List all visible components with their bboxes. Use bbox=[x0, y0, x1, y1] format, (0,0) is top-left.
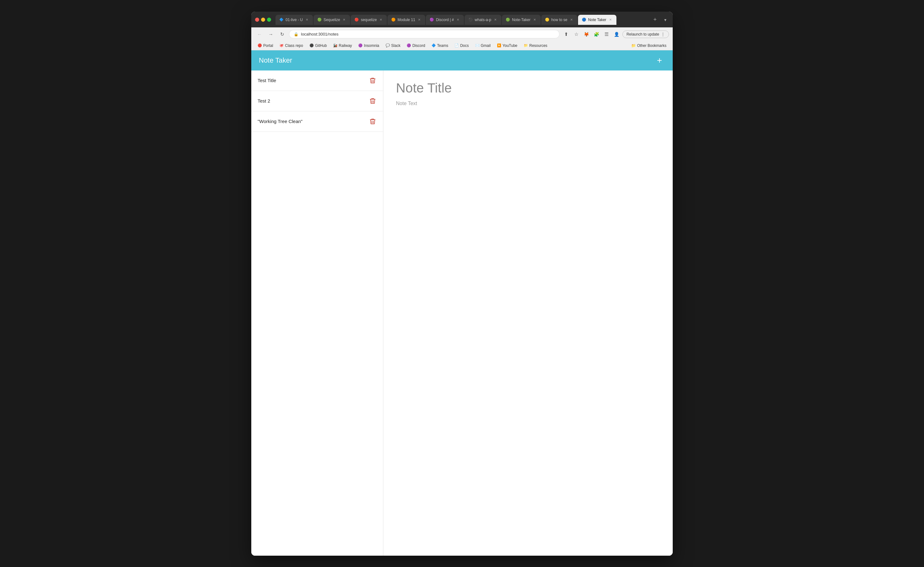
bookmark-favicon: 📄 bbox=[454, 44, 459, 48]
address-bar[interactable]: 🔒 localhost:3001/notes bbox=[289, 30, 560, 38]
tab-label: how to se bbox=[551, 18, 567, 22]
forward-button[interactable]: → bbox=[266, 30, 275, 39]
bookmarks-other[interactable]: 📁Other Bookmarks bbox=[628, 42, 669, 49]
tab-tab9[interactable]: 🔵 Note Taker ✕ bbox=[578, 15, 616, 25]
bookmark-favicon: 🐙 bbox=[279, 44, 284, 48]
bookmark-teams[interactable]: 🔷 Teams bbox=[429, 42, 451, 49]
refresh-button[interactable]: ↻ bbox=[278, 30, 286, 39]
bookmark-slack[interactable]: 💬 Slack bbox=[383, 42, 403, 49]
folder-icon: 📁 bbox=[631, 44, 636, 48]
tab-label: Discord | # bbox=[436, 18, 454, 22]
bookmark-label: YouTube bbox=[502, 44, 518, 48]
relaunch-menu-icon: ⋮ bbox=[661, 32, 665, 36]
trash-icon bbox=[370, 98, 375, 104]
bookmark-railway[interactable]: 🚂 Railway bbox=[330, 42, 354, 49]
note-view: Note Title Note Text bbox=[383, 71, 673, 556]
note-item-title: "Working Tree Clean" bbox=[258, 119, 303, 124]
new-tab-button[interactable]: + bbox=[651, 15, 659, 25]
bookmark-youtube[interactable]: ▶️ YouTube bbox=[494, 42, 520, 49]
relaunch-label: Relaunch to update bbox=[627, 32, 659, 36]
add-note-button[interactable]: + bbox=[654, 55, 665, 66]
extension-icon-2[interactable]: 🧩 bbox=[592, 30, 601, 39]
tab-favicon: 🟢 bbox=[317, 18, 322, 22]
delete-note-button[interactable] bbox=[369, 96, 377, 105]
reader-view-button[interactable]: ☰ bbox=[602, 30, 611, 39]
bookmark-favicon: 🟣 bbox=[358, 44, 363, 48]
list-item[interactable]: Test Title bbox=[251, 71, 383, 91]
bookmark-favicon: ⚫ bbox=[309, 44, 314, 48]
profile-avatar[interactable]: 👤 bbox=[612, 30, 621, 39]
tab-label: Note-Taker bbox=[512, 18, 531, 22]
bookmark-label: Slack bbox=[391, 44, 400, 48]
tab-favicon: 🟢 bbox=[506, 18, 510, 22]
bookmark-docs[interactable]: 📄 Docs bbox=[452, 42, 471, 49]
tab-favicon: ⚫ bbox=[468, 18, 473, 22]
tab-label: Note Taker bbox=[588, 18, 606, 22]
delete-note-button[interactable] bbox=[369, 76, 377, 85]
trash-icon bbox=[370, 118, 375, 125]
bookmark-label: Discord bbox=[412, 44, 425, 48]
app-body: Test Title Test 2 "Working Tree Clean" bbox=[251, 71, 673, 556]
tab-close-icon[interactable]: ✕ bbox=[608, 18, 613, 22]
tab-close-icon[interactable]: ✕ bbox=[569, 18, 574, 22]
bookmark-insomnia[interactable]: 🟣 Insomnia bbox=[356, 42, 382, 49]
nav-bar: ← → ↻ 🔒 localhost:3001/notes ⬆ ☆ 🦊 🧩 ☰ 👤… bbox=[251, 27, 673, 41]
lock-icon: 🔒 bbox=[294, 32, 298, 36]
notes-sidebar: Test Title Test 2 "Working Tree Clean" bbox=[251, 71, 383, 556]
bookmark-discord[interactable]: 🟣 Discord bbox=[404, 42, 428, 49]
tab-tab1[interactable]: 🔷 01-live - U ✕ bbox=[276, 15, 313, 25]
bookmark-label: Portal bbox=[263, 44, 273, 48]
url-text: localhost:3001/notes bbox=[301, 32, 555, 36]
share-button[interactable]: ⬆ bbox=[562, 30, 571, 39]
tab-close-icon[interactable]: ✕ bbox=[342, 18, 346, 22]
tab-close-icon[interactable]: ✕ bbox=[417, 18, 422, 22]
tab-close-icon[interactable]: ✕ bbox=[456, 18, 460, 22]
close-button[interactable] bbox=[255, 18, 259, 22]
browser-window: 🔷 01-live - U ✕ 🟢 Sequelize ✕ 🔴 sequeliz… bbox=[251, 12, 673, 556]
tab-dropdown-button[interactable]: ▾ bbox=[662, 15, 669, 25]
back-button[interactable]: ← bbox=[255, 30, 264, 39]
bookmark-favicon: 🔴 bbox=[258, 44, 262, 48]
minimize-button[interactable] bbox=[261, 18, 265, 22]
note-item-title: Test Title bbox=[258, 78, 276, 83]
bookmark-favicon: ✉️ bbox=[475, 44, 480, 48]
tab-tab2[interactable]: 🟢 Sequelize ✕ bbox=[314, 15, 350, 25]
tab-close-icon[interactable]: ✕ bbox=[379, 18, 383, 22]
bookmark-favicon: 🚂 bbox=[333, 44, 338, 48]
tab-label: whats-a-p bbox=[475, 18, 491, 22]
relaunch-button[interactable]: Relaunch to update ⋮ bbox=[622, 30, 669, 38]
tab-tab5[interactable]: 🟣 Discord | # ✕ bbox=[426, 15, 464, 25]
bookmark-label: Railway bbox=[339, 44, 352, 48]
tab-label: 01-live - U bbox=[286, 18, 303, 22]
bookmark-class-repo[interactable]: 🐙 Class repo bbox=[277, 42, 305, 49]
bookmark-star-button[interactable]: ☆ bbox=[572, 30, 581, 39]
tab-close-icon[interactable]: ✕ bbox=[493, 18, 498, 22]
bookmark-label: Docs bbox=[460, 44, 469, 48]
bookmark-gmail[interactable]: ✉️ Gmail bbox=[473, 42, 493, 49]
extension-icon-1[interactable]: 🦊 bbox=[582, 30, 591, 39]
bookmarks-bar: 🔴 Portal 🐙 Class repo ⚫ GitHub 🚂 Railway… bbox=[251, 41, 673, 50]
tab-tab7[interactable]: 🟢 Note-Taker ✕ bbox=[502, 15, 541, 25]
tabs-row: 🔷 01-live - U ✕ 🟢 Sequelize ✕ 🔴 sequeliz… bbox=[276, 15, 648, 25]
bookmark-portal[interactable]: 🔴 Portal bbox=[255, 42, 276, 49]
list-item[interactable]: Test 2 bbox=[251, 91, 383, 111]
note-item-title: Test 2 bbox=[258, 98, 270, 104]
list-item[interactable]: "Working Tree Clean" bbox=[251, 111, 383, 132]
app-header: Note Taker + bbox=[251, 50, 673, 71]
bookmark-resources[interactable]: 📁 Resources bbox=[521, 42, 550, 49]
tab-tab8[interactable]: 🟡 how to se ✕ bbox=[541, 15, 578, 25]
tab-favicon: 🔴 bbox=[354, 18, 359, 22]
title-bar: 🔷 01-live - U ✕ 🟢 Sequelize ✕ 🔴 sequeliz… bbox=[251, 12, 673, 27]
tab-close-icon[interactable]: ✕ bbox=[532, 18, 537, 22]
bookmark-github[interactable]: ⚫ GitHub bbox=[307, 42, 329, 49]
tab-label: Module 11 bbox=[398, 18, 415, 22]
maximize-button[interactable] bbox=[267, 18, 271, 22]
delete-note-button[interactable] bbox=[369, 117, 377, 126]
tab-close-icon[interactable]: ✕ bbox=[305, 18, 309, 22]
tab-tab4[interactable]: 🟠 Module 11 ✕ bbox=[387, 15, 425, 25]
trash-icon bbox=[370, 77, 375, 84]
tab-tab6[interactable]: ⚫ whats-a-p ✕ bbox=[465, 15, 501, 25]
bookmark-label: Insomnia bbox=[364, 44, 379, 48]
tab-tab3[interactable]: 🔴 sequelize ✕ bbox=[351, 15, 387, 25]
tab-favicon: 🟣 bbox=[430, 18, 434, 22]
